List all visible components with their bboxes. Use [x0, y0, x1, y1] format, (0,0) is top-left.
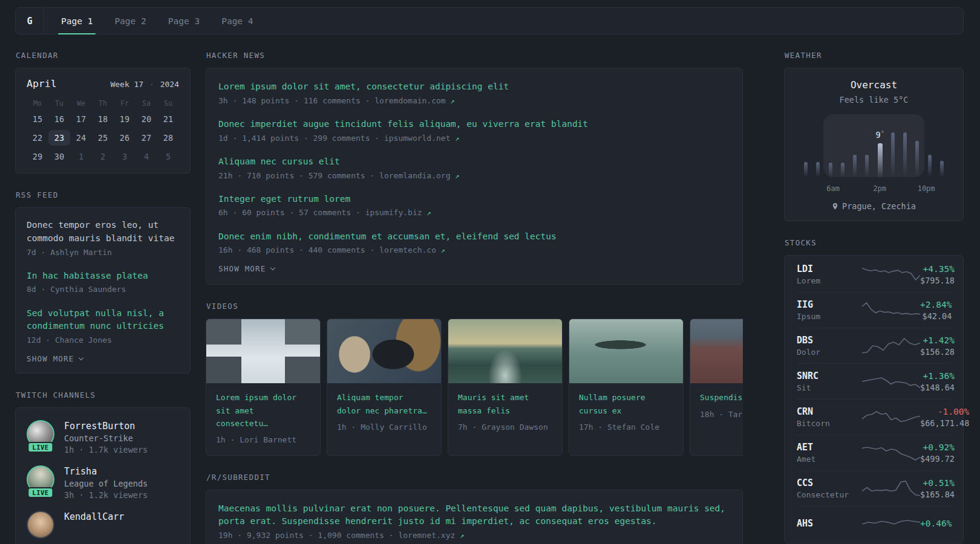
- video-title-link[interactable]: Suspendisse diam: [700, 391, 743, 404]
- calendar-day[interactable]: 24: [70, 130, 92, 146]
- tab-page-3[interactable]: Page 3: [168, 8, 200, 34]
- calendar-day-selected[interactable]: 23: [48, 130, 70, 146]
- tab-page-4[interactable]: Page 4: [221, 8, 253, 34]
- twitch-channel[interactable]: LIVE ForrestBurton Counter-Strike 1h · 1…: [27, 420, 179, 455]
- hn-story-meta-text[interactable]: 21h · 710 points · 579 comments · loreml…: [218, 171, 451, 180]
- stock-identity: AET Amet: [797, 442, 862, 464]
- stock-sparkline: [862, 478, 920, 499]
- hn-story-meta-text[interactable]: 6h · 60 points · 57 comments · ipsumify.…: [218, 208, 422, 217]
- video-card[interactable]: Mauris sit amet massa felis 7h · Grayson…: [448, 319, 563, 455]
- hn-story-link[interactable]: Aliquam nec cursus elit: [218, 155, 730, 169]
- stock-row[interactable]: CRN Bitcorn -1.00% $66,171.48: [797, 399, 951, 435]
- calendar-day[interactable]: 2: [92, 149, 114, 164]
- hn-story-link[interactable]: Donec enim nibh, condimentum et accumsan…: [218, 230, 730, 244]
- calendar-day[interactable]: 18: [92, 111, 114, 127]
- show-more-button[interactable]: SHOW MORE: [27, 354, 83, 363]
- calendar-day[interactable]: 4: [136, 149, 157, 164]
- app-logo[interactable]: G: [16, 8, 44, 34]
- video-title-link[interactable]: Mauris sit amet massa felis: [458, 391, 552, 416]
- hn-story-meta-text[interactable]: 16h · 468 points · 440 comments · loremt…: [218, 245, 436, 254]
- hn-story-meta-text[interactable]: 3h · 148 points · 116 comments · loremdo…: [218, 96, 446, 105]
- stock-row[interactable]: AET Amet +0.92% $499.72: [797, 435, 951, 470]
- twitch-channel[interactable]: LIVE Trisha League of Legends 3h · 1.2k …: [27, 465, 179, 500]
- calendar-day[interactable]: 17: [70, 111, 92, 127]
- stock-name: Sit: [797, 383, 862, 392]
- show-more-label: SHOW MORE: [27, 354, 74, 363]
- video-title-link[interactable]: Aliquam tempor dolor nec pharetra…: [337, 391, 431, 416]
- hn-story-link[interactable]: Integer eget rutrum lorem: [218, 193, 730, 206]
- calendar-day[interactable]: 19: [114, 111, 136, 127]
- external-link-icon: ↗: [455, 172, 459, 180]
- stock-row[interactable]: CCS Consectetur +0.51% $165.84: [797, 470, 951, 506]
- channel-info: KendallCarr: [64, 511, 124, 539]
- hn-story-link[interactable]: Lorem ipsum dolor sit amet, consectetur …: [218, 80, 730, 94]
- chevron-down-icon: [270, 265, 275, 270]
- stock-identity: CCS Consectetur: [797, 478, 862, 499]
- video-title-link[interactable]: Nullam posuere cursus ex: [579, 391, 673, 416]
- calendar-day[interactable]: 21: [157, 111, 179, 127]
- stock-symbol: IIG: [797, 299, 862, 310]
- video-card-body: Mauris sit amet massa felis 7h · Grayson…: [448, 383, 562, 444]
- reddit-post-meta-text[interactable]: 19h · 9,932 points · 1,090 comments · lo…: [218, 531, 455, 540]
- live-badge: LIVE: [27, 442, 53, 453]
- hn-story-link[interactable]: Donec imperdiet augue tincidunt felis al…: [218, 118, 730, 131]
- video-carousel: Lorem ipsum dolor sit amet consectetu… 1…: [206, 319, 743, 455]
- calendar-day[interactable]: 3: [114, 149, 136, 164]
- hacker-news-widget: HACKER NEWS Lorem ipsum dolor sit amet, …: [206, 51, 743, 285]
- show-more-button[interactable]: SHOW MORE: [218, 264, 275, 273]
- stock-row[interactable]: LDI Lorem +4.35% $795.18: [797, 257, 951, 292]
- calendar-day[interactable]: 25: [92, 130, 114, 146]
- weather-bars: 9°: [804, 128, 944, 177]
- channel-name: KendallCarr: [64, 511, 124, 522]
- rss-item: Sed volutpat nulla nisl, a condimentum n…: [27, 307, 179, 347]
- tab-page-1[interactable]: Page 1: [61, 8, 93, 34]
- weather-tick-label: 2pm: [873, 184, 886, 193]
- twitch-channel[interactable]: KendallCarr: [27, 511, 179, 539]
- calendar-day[interactable]: 27: [136, 130, 157, 146]
- video-card[interactable]: Lorem ipsum dolor sit amet consectetu… 1…: [206, 319, 321, 455]
- video-thumbnail: [690, 319, 743, 383]
- calendar-day[interactable]: 30: [48, 149, 70, 164]
- calendar-day-grid: 15 16 17 18 19 20 21 22 23 24 25 26 27 2…: [27, 111, 179, 164]
- stock-symbol: AHS: [797, 518, 862, 529]
- stock-row[interactable]: AHS +0.46%: [797, 506, 951, 542]
- map-pin-icon: [832, 202, 838, 210]
- calendar-day[interactable]: 20: [136, 111, 157, 127]
- stock-values: +0.46%: [920, 519, 952, 530]
- calendar-day[interactable]: 1: [70, 149, 92, 164]
- calendar-day[interactable]: 15: [27, 111, 48, 127]
- hn-story-meta-text[interactable]: 1d · 1,414 points · 299 comments · ipsum…: [218, 134, 451, 143]
- rss-item-link[interactable]: In hac habitasse platea: [27, 270, 179, 283]
- tab-page-2[interactable]: Page 2: [114, 8, 146, 34]
- stock-sparkline: [862, 371, 920, 392]
- stock-price: $499.72: [920, 454, 955, 464]
- external-link-icon: ↗: [441, 246, 445, 254]
- video-card[interactable]: Suspendisse diam 18h · Tara: [690, 319, 743, 455]
- weekday-label: Fr: [114, 99, 136, 108]
- stock-row[interactable]: IIG Ipsum +2.84% $42.04: [797, 292, 951, 328]
- reddit-post-link[interactable]: Maecenas mollis pulvinar erat non posuer…: [218, 502, 730, 529]
- video-card[interactable]: Aliquam tempor dolor nec pharetra… 1h · …: [327, 319, 442, 455]
- hn-story-meta: 21h · 710 points · 579 comments · loreml…: [218, 170, 730, 182]
- stock-row[interactable]: DBS Dolor +1.42% $156.28: [797, 328, 951, 363]
- stock-identity: SNRC Sit: [797, 371, 862, 392]
- video-card[interactable]: Nullam posuere cursus ex 17h · Stefan Co…: [569, 319, 684, 455]
- top-nav: G Page 1 Page 2 Page 3 Page 4: [15, 7, 964, 34]
- video-title-link[interactable]: Lorem ipsum dolor sit amet consectetu…: [216, 391, 310, 429]
- avatar-image: [27, 511, 54, 539]
- calendar-day[interactable]: 28: [157, 130, 179, 146]
- separator-dot: ·: [149, 80, 154, 89]
- rss-item-link[interactable]: Sed volutpat nulla nisl, a condimentum n…: [27, 307, 179, 334]
- stock-symbol: CRN: [797, 406, 862, 417]
- video-thumbnail: [569, 319, 683, 383]
- calendar-week-year: Week 17 · 2024: [110, 80, 179, 89]
- calendar-day[interactable]: 26: [114, 130, 136, 146]
- calendar-day[interactable]: 5: [157, 149, 179, 164]
- calendar-day[interactable]: 22: [27, 130, 48, 146]
- calendar-day[interactable]: 16: [48, 111, 70, 127]
- rss-item-link[interactable]: Donec tempor eros leo, ut commodo mauris…: [27, 219, 179, 245]
- subreddit-widget-title: /R/SUBREDDIT: [206, 473, 743, 482]
- stock-row[interactable]: SNRC Sit +1.36% $148.64: [797, 363, 951, 399]
- twitch-widget: TWITCH CHANNELS LIVE ForrestBurton Count…: [15, 390, 191, 544]
- calendar-day[interactable]: 29: [27, 149, 48, 164]
